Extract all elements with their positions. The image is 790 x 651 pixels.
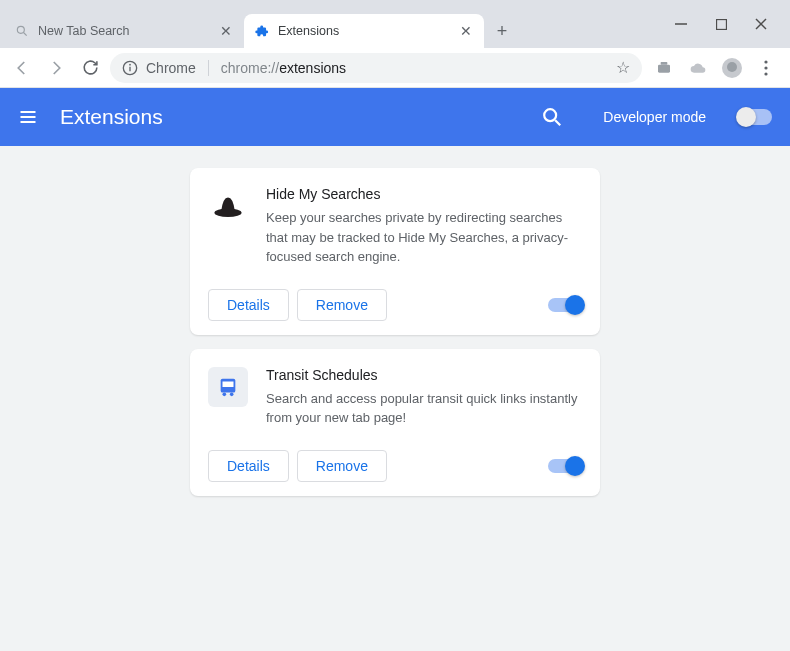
svg-point-11 [764,60,767,63]
details-button[interactable]: Details [208,450,289,482]
toolbar-icons [648,58,782,78]
extensions-header: Extensions Developer mode [0,88,790,146]
magnifier-icon [14,23,30,39]
bookmark-star-icon[interactable]: ☆ [616,58,630,77]
details-button[interactable]: Details [208,289,289,321]
extensions-content: Hide My Searches Keep your searches priv… [0,146,790,651]
back-button[interactable] [8,54,36,82]
window-controls [652,0,790,48]
extension-name: Hide My Searches [266,186,582,202]
extension-name: Transit Schedules [266,367,582,383]
info-icon [122,60,138,76]
tab-active[interactable]: Extensions ✕ [244,14,484,48]
svg-rect-21 [223,381,234,387]
close-window-icon[interactable] [754,17,768,31]
omnibox-divider [208,60,209,76]
minimize-icon[interactable] [674,17,688,31]
tab-title: Extensions [278,24,450,38]
remove-button[interactable]: Remove [297,450,387,482]
tab-title: New Tab Search [38,24,210,38]
extension-description: Search and access popular transit quick … [266,389,582,428]
bus-icon [208,367,248,407]
svg-point-12 [764,66,767,69]
menu-button[interactable] [756,58,776,78]
extension-action-cloud-icon[interactable] [688,58,708,78]
svg-line-1 [24,33,27,36]
svg-point-22 [223,392,227,396]
svg-point-17 [544,109,556,121]
svg-point-0 [17,26,24,33]
omnibox[interactable]: Chrome chrome://extensions ☆ [110,53,642,83]
close-icon[interactable]: ✕ [458,23,474,39]
close-icon[interactable]: ✕ [218,23,234,39]
titlebar: New Tab Search ✕ Extensions ✕ + [0,0,790,48]
svg-rect-10 [661,62,668,65]
enable-toggle[interactable] [548,298,582,312]
page-title: Extensions [60,105,163,129]
extension-card: Transit Schedules Search and access popu… [190,349,600,496]
svg-rect-3 [716,19,726,29]
search-icon[interactable] [541,106,563,128]
svg-point-8 [129,63,131,65]
remove-button[interactable]: Remove [297,289,387,321]
omnibox-chip: Chrome [146,60,196,76]
new-tab-button[interactable]: + [488,17,516,45]
hamburger-icon[interactable] [18,107,38,127]
profile-avatar[interactable] [722,58,742,78]
developer-mode-label: Developer mode [603,109,706,125]
toolbar: Chrome chrome://extensions ☆ [0,48,790,88]
svg-line-18 [555,120,560,125]
puzzle-icon [254,23,270,39]
svg-point-23 [230,392,234,396]
maximize-icon[interactable] [714,17,728,31]
enable-toggle[interactable] [548,459,582,473]
extension-action-icon[interactable] [654,58,674,78]
forward-button[interactable] [42,54,70,82]
extension-card: Hide My Searches Keep your searches priv… [190,168,600,335]
svg-rect-9 [658,64,670,72]
omnibox-url: chrome://extensions [221,60,346,76]
extension-description: Keep your searches private by redirectin… [266,208,582,267]
tab-inactive[interactable]: New Tab Search ✕ [4,14,244,48]
developer-mode-toggle[interactable] [738,109,772,125]
hat-icon [208,186,248,226]
reload-button[interactable] [76,54,104,82]
svg-point-13 [764,72,767,75]
